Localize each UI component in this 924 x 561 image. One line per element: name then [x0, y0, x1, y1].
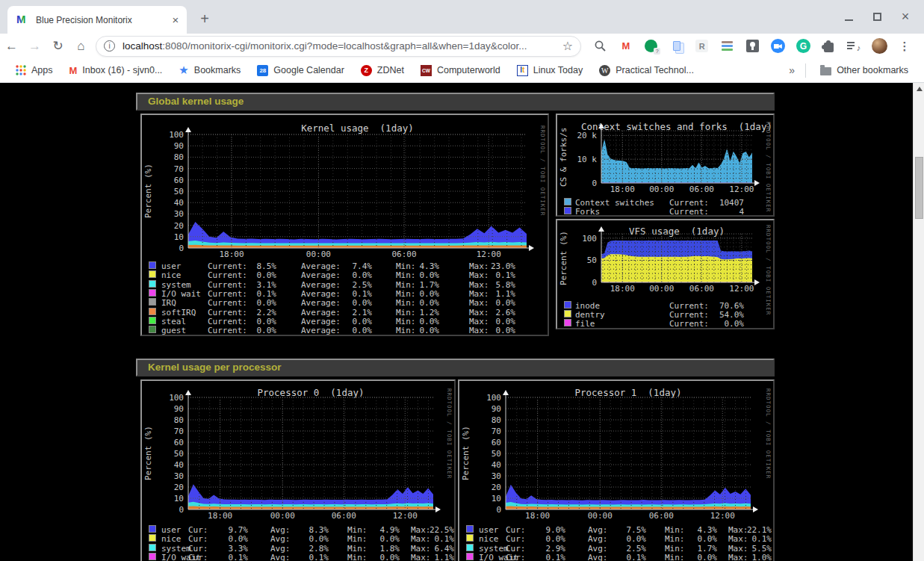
legend-stat-value: 8.5%	[232, 261, 276, 271]
tab-close-icon[interactable]: ×	[169, 13, 182, 27]
r-extension-icon[interactable]: R	[693, 37, 711, 55]
svg-text:12:00: 12:00	[393, 511, 418, 521]
bookmark-zdnet[interactable]: Z ZDNet	[361, 65, 404, 76]
legend-stat-value: 0.0%	[232, 317, 276, 326]
svg-text:12:00: 12:00	[729, 185, 754, 194]
profile-avatar[interactable]	[870, 37, 888, 55]
search-icon[interactable]	[592, 37, 610, 55]
scrollbar-thumb[interactable]	[915, 157, 923, 219]
legend-stat-value: 22.1%	[728, 525, 772, 535]
legend-row: I/O waitCurrent:0.1%Average:0.1%Min:0.0%…	[142, 289, 548, 298]
section-header-global-kernel-usage: Global kernel usage	[136, 93, 775, 111]
svg-text:90: 90	[174, 141, 184, 151]
copy-pages-extension-icon[interactable]	[668, 37, 686, 55]
bookmarks-overflow-icon[interactable]: »	[789, 64, 795, 76]
home-button[interactable]: ⌂	[69, 36, 93, 57]
zoom-extension-icon[interactable]	[769, 37, 787, 55]
legend-swatch	[565, 311, 571, 317]
browser-tab[interactable]: M M Blue Precision Monitorix ×	[7, 6, 187, 34]
svg-text:70: 70	[174, 427, 184, 436]
books-extension-icon[interactable]	[719, 37, 737, 55]
legend-stat-value: 0.1%	[522, 553, 565, 561]
url-host: localhost	[123, 40, 162, 52]
other-bookmarks-button[interactable]: Other bookmarks	[820, 65, 908, 75]
legend-row: fileCurrent:0.0%	[557, 319, 773, 328]
svg-text:70: 70	[492, 427, 501, 436]
chart-panel-context-switches[interactable]: Context switches and forks (1day) CS & f…	[556, 114, 775, 217]
chart-panel-vfs-usage[interactable]: VFS usage (1day) Percent (%) RRDTOOL / T…	[556, 219, 775, 329]
bookmark-google-calendar[interactable]: 28 Google Calendar	[257, 65, 344, 76]
chart-panel-processor-1[interactable]: Processor 1 (1day) Percent (%) RRDTOOL /…	[458, 379, 775, 561]
legend-series-name: steal	[161, 317, 186, 326]
legend-stat-value: 1.7%	[674, 544, 717, 554]
legend-stat-value: 9.0%	[522, 525, 565, 535]
legend-stat-value: 0.0%	[471, 298, 515, 308]
reload-button[interactable]: ↻	[46, 36, 69, 57]
section-header-kernel-usage-per-processor: Kernel usage per processor	[136, 359, 775, 376]
legend-row: niceCur:0.0%Avg:0.0%Min:0.0%Max:0.1%	[142, 534, 454, 543]
scrollbar-up-arrow-icon[interactable]	[914, 83, 924, 94]
url-text[interactable]: localhost:8080/monitorix-cgi/monitorix.c…	[123, 40, 558, 52]
svg-text:06:00: 06:00	[649, 511, 674, 521]
browser-menu-icon[interactable]: ⋮	[896, 37, 914, 55]
svg-text:18:00: 18:00	[610, 185, 635, 194]
legend-stat-value: 0.0%	[394, 317, 439, 326]
keep-extension-icon[interactable]	[743, 37, 761, 55]
forward-button[interactable]: →	[23, 36, 46, 57]
svg-text:50: 50	[492, 449, 501, 459]
new-tab-button[interactable]: +	[194, 8, 215, 29]
bookmark-inbox[interactable]: M Inbox (16) - sjvn0...	[69, 65, 163, 76]
minimize-button[interactable]	[834, 4, 863, 30]
svg-text:50: 50	[174, 187, 184, 196]
bookmark-computerworld[interactable]: CW Computerworld	[421, 65, 500, 76]
back-button[interactable]: ←	[0, 36, 23, 57]
legend-stat-value: 0.0%	[471, 326, 515, 335]
svg-text:18:00: 18:00	[219, 249, 244, 259]
legend-row: guestCurrent:0.0%Average:0.0%Min:0.0%Max…	[142, 326, 548, 335]
svg-text:100: 100	[169, 130, 184, 140]
playlist-extension-icon[interactable]: ♪	[845, 37, 863, 55]
svg-text:18:00: 18:00	[208, 511, 232, 521]
chart-panel-processor-0[interactable]: Processor 0 (1day) Percent (%) RRDTOOL /…	[140, 379, 456, 561]
legend-stat-value: 4.9%	[356, 525, 400, 535]
bookmark-star-icon[interactable]: ☆	[562, 39, 573, 53]
svg-text:80: 80	[492, 415, 501, 425]
maximize-button[interactable]	[863, 4, 891, 30]
legend-row: IRQCurrent:0.0%Average:0.0%Min:0.0%Max:0…	[142, 298, 548, 307]
page-info-icon[interactable]: i	[104, 40, 115, 52]
legend-swatch	[149, 299, 155, 305]
legend-stat-value: 6.4%	[411, 544, 454, 554]
computerworld-icon: CW	[421, 65, 432, 76]
extensions-puzzle-icon[interactable]	[819, 37, 837, 55]
browser-window: M M Blue Precision Monitorix × + × ← → ↻…	[0, 0, 924, 561]
folder-icon	[820, 67, 831, 75]
svg-text:20 k: 20 k	[577, 131, 598, 140]
bookmark-apps[interactable]: Apps	[16, 65, 53, 75]
wordpress-icon: W	[599, 65, 610, 76]
svg-text:30: 30	[174, 209, 184, 219]
legend-stat-value: 0.0%	[232, 326, 276, 335]
address-bar[interactable]: i localhost:8080/monitorix-cgi/monitorix…	[96, 36, 581, 57]
bookmark-linux-today[interactable]: lt Linux Today	[517, 65, 583, 76]
tab-title: Blue Precision Monitorix	[36, 15, 169, 25]
chart-panel-kernel-usage[interactable]: Kernel usage (1day) Percent (%) RRDTOOL …	[140, 114, 549, 336]
svg-text:40: 40	[492, 460, 501, 470]
page-scrollbar[interactable]	[913, 83, 924, 561]
bookmark-practical-technology[interactable]: W Practical Technol...	[599, 65, 694, 76]
svg-text:90: 90	[492, 404, 501, 414]
gmail-extension-icon[interactable]: M	[617, 37, 635, 55]
legend-stat-value: 0.0%	[327, 298, 372, 308]
grammarly-extension-icon[interactable]: G	[794, 37, 812, 55]
legend-stat-value: 0.0%	[205, 534, 248, 544]
bookmark-label: Linux Today	[533, 65, 583, 75]
bookmark-bookmarks[interactable]: ★ Bookmarks	[179, 63, 241, 77]
voice-extension-icon[interactable]	[642, 37, 660, 55]
svg-text:20: 20	[174, 221, 184, 231]
legend-stat-value: 0.0%	[327, 317, 372, 326]
legend-stat-value: 0.0%	[394, 289, 439, 299]
legend-stat-value: 1.0%	[728, 553, 772, 561]
svg-text:12:00: 12:00	[729, 284, 754, 294]
legend-row: dentryCurrent:54.0%	[557, 310, 773, 319]
legend-stat-value: 1.1%	[411, 553, 454, 561]
close-window-button[interactable]: ×	[891, 4, 920, 30]
